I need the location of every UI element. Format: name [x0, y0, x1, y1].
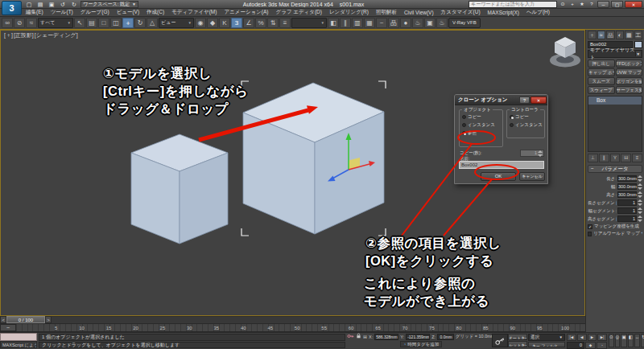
- maximize-button[interactable]: ▢: [611, 1, 623, 8]
- close-button[interactable]: ✕: [625, 1, 642, 8]
- macro-recorder-pane[interactable]: [0, 333, 37, 341]
- dialog-help-button[interactable]: ?: [519, 96, 530, 104]
- radio-dot[interactable]: [462, 123, 466, 127]
- track-bar-ruler[interactable]: 5 10 15 20 25 30 35 40: [16, 324, 585, 331]
- modifier-button[interactable]: UVW マップ: [616, 68, 643, 76]
- menu-item[interactable]: アニメーション(A): [224, 9, 268, 16]
- param-field[interactable]: 1: [617, 216, 637, 222]
- next-frame-button[interactable]: >: [45, 316, 52, 323]
- percent-snap-icon[interactable]: %: [255, 18, 266, 28]
- pin-stack-icon[interactable]: ⊥: [588, 154, 598, 162]
- spinner-arrows[interactable]: [638, 191, 642, 198]
- undo-icon[interactable]: ↺: [58, 1, 68, 8]
- vray-vfb-button[interactable]: V-Ray VFB: [448, 18, 481, 28]
- mirror-icon[interactable]: ◧: [328, 18, 339, 28]
- menu-item[interactable]: ツール(T): [51, 9, 73, 16]
- display-tab-icon[interactable]: ▦: [625, 31, 634, 39]
- radio-copy[interactable]: コピー: [462, 113, 501, 121]
- param-field[interactable]: 300.0mm: [617, 183, 637, 190]
- show-end-result-icon[interactable]: ∥: [599, 154, 609, 162]
- bind-space-warp-icon[interactable]: ≈: [26, 18, 37, 28]
- make-unique-icon[interactable]: Y: [610, 154, 621, 162]
- param-field[interactable]: 300.0mm: [617, 175, 637, 182]
- angle-snap-icon[interactable]: ∠: [243, 18, 254, 28]
- app-logo[interactable]: 3: [2, 1, 22, 15]
- utilities-tab-icon[interactable]: 工: [634, 31, 643, 39]
- dialog-close-button[interactable]: ✕: [530, 96, 547, 104]
- ok-button[interactable]: OK: [481, 172, 516, 181]
- time-config-icon[interactable]: ◔: [597, 342, 607, 349]
- help-icon[interactable]: ?: [588, 1, 596, 8]
- key-set-dropdown[interactable]: 選択 ▼: [528, 334, 565, 341]
- modifier-button[interactable]: 押し出し: [588, 60, 615, 68]
- modifier-stack[interactable]: Box: [588, 96, 642, 152]
- edit-named-sets-icon[interactable]: ≡: [279, 18, 291, 28]
- schematic-view-icon[interactable]: 品: [388, 18, 399, 28]
- menu-item[interactable]: MAXScript(X): [488, 10, 519, 15]
- graphite-ribbon-icon[interactable]: ▦: [364, 18, 375, 28]
- add-time-tag-button[interactable]: ◔ 時間タグを追加: [400, 341, 442, 347]
- object-color-swatch[interactable]: [634, 41, 642, 48]
- menu-item[interactable]: グループ(G): [80, 9, 109, 16]
- menu-item[interactable]: ビュー(V): [117, 9, 139, 16]
- listener-pane[interactable]: MAXScript によう: [0, 341, 37, 349]
- menu-item[interactable]: Civil View(V): [404, 10, 434, 15]
- parameters-rollout[interactable]: − パラメータ: [588, 165, 642, 173]
- rendered-frame-icon[interactable]: ▣: [424, 18, 436, 28]
- align-icon[interactable]: ∥: [340, 18, 351, 28]
- search-input[interactable]: [469, 1, 557, 8]
- redo-icon[interactable]: ↻: [69, 1, 79, 8]
- modify-tab-icon[interactable]: ≈: [597, 31, 606, 39]
- rectangular-region-icon[interactable]: □: [98, 18, 109, 28]
- auto-key-button[interactable]: オートキー: [508, 334, 527, 340]
- menu-item[interactable]: 作成(C): [147, 9, 164, 16]
- time-slider-handle[interactable]: 0 / 100: [6, 316, 45, 323]
- go-to-start-icon[interactable]: |◀: [567, 334, 576, 341]
- z-coordinate-field[interactable]: 0.0mm: [437, 334, 454, 340]
- radio-dot-selected[interactable]: [510, 115, 514, 119]
- menu-item[interactable]: モディファイヤ(M): [171, 9, 217, 16]
- spinner-arrows[interactable]: [638, 216, 642, 222]
- infocenter-search-icon[interactable]: ⊙: [559, 1, 567, 8]
- modifier-button[interactable]: FFD(ボックス): [616, 60, 643, 68]
- keyboard-override-icon[interactable]: K: [219, 18, 230, 28]
- radio-instance[interactable]: インスタンス: [462, 121, 501, 129]
- menu-item[interactable]: グラフ エディタ(D): [276, 9, 322, 16]
- select-and-move-icon[interactable]: ＋: [122, 18, 134, 28]
- time-slider[interactable]: < 0 / 100 >: [0, 316, 585, 324]
- orbit-icon[interactable]: ↻: [641, 334, 644, 347]
- radio-dot[interactable]: [462, 115, 466, 119]
- named-sets-dropdown[interactable]: ▼: [291, 18, 327, 28]
- track-bar[interactable]: ~ 5 10 15 20 25 30 35: [0, 324, 585, 332]
- radio-controller-instance[interactable]: インスタンス: [510, 121, 543, 129]
- key-mode-icon[interactable]: ◆: [585, 342, 596, 349]
- spinner-arrows[interactable]: [638, 183, 642, 190]
- window-crossing-icon[interactable]: ◫: [110, 18, 122, 28]
- zoom-region-icon[interactable]: ◧: [628, 334, 634, 347]
- menu-item[interactable]: カスタマイズ(U): [441, 9, 481, 16]
- param-field[interactable]: 300.0mm: [617, 191, 637, 198]
- radio-reference[interactable]: 参照: [462, 129, 501, 137]
- radio-controller-copy[interactable]: コピー: [510, 113, 543, 121]
- checkbox[interactable]: [588, 232, 592, 236]
- go-to-end-icon[interactable]: ▶|: [597, 334, 607, 341]
- open-file-icon[interactable]: ▤: [35, 1, 45, 8]
- select-and-link-icon[interactable]: ∞: [2, 18, 13, 28]
- selection-filter-dropdown[interactable]: すべて▼: [38, 18, 73, 28]
- modifier-list-dropdown[interactable]: モディファイヤリスト ▼: [588, 50, 642, 58]
- use-pivot-center-icon[interactable]: ◉: [195, 18, 206, 28]
- select-by-name-icon[interactable]: ▤: [86, 18, 97, 28]
- spinner-arrows[interactable]: [638, 199, 642, 206]
- menu-item[interactable]: 編集(E): [26, 9, 43, 16]
- current-frame-field[interactable]: 0: [567, 342, 584, 349]
- workspace-dropdown[interactable]: ワークスペース: 既定 ▼: [80, 1, 138, 8]
- previous-frame-icon[interactable]: ◀: [577, 334, 587, 341]
- motion-tab-icon[interactable]: ◐: [616, 31, 625, 39]
- menu-item[interactable]: 照明解析: [376, 9, 397, 16]
- param-field[interactable]: 1: [617, 199, 637, 206]
- stack-item[interactable]: Box: [588, 96, 642, 105]
- select-and-rotate-icon[interactable]: ↻: [134, 18, 146, 28]
- selection-lock-icon[interactable]: [347, 334, 354, 340]
- maxscript-mini-listener[interactable]: MAXScript によう: [0, 333, 37, 348]
- y-coordinate-field[interactable]: -121.359mm: [406, 334, 430, 340]
